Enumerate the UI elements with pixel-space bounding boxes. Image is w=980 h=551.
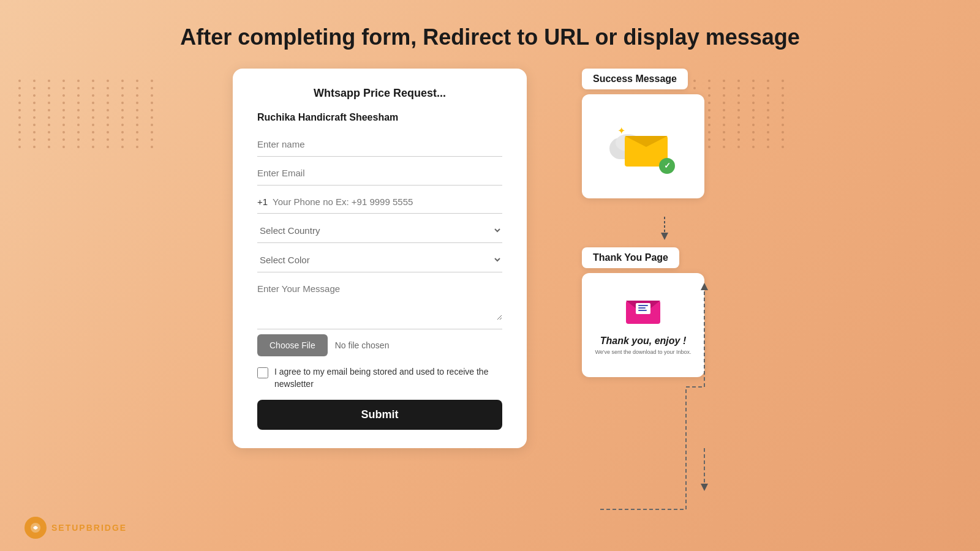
email-input[interactable] [257, 168, 502, 178]
consent-checkbox[interactable] [257, 367, 268, 378]
page-heading: After completing form, Redirect to URL o… [0, 0, 980, 69]
logo-icon [24, 517, 47, 539]
country-select[interactable]: Select Country [257, 225, 502, 236]
flow-arrow-middle [582, 217, 747, 241]
checkbox-row: I agree to my email being stored and use… [257, 366, 502, 390]
name-input[interactable] [257, 139, 502, 149]
thankyou-heading: Thank you, enjoy ! [600, 335, 686, 347]
logo-text: SETUPBRIDGE [51, 523, 127, 533]
no-file-label: No file chosen [335, 340, 390, 350]
logo-area: SETUPBRIDGE [24, 517, 127, 539]
phone-code: +1 [257, 197, 268, 207]
thankyou-label: Thank You Page [582, 247, 679, 268]
success-label: Success Message [582, 69, 688, 89]
thankyou-flow-item: Thank You Page Thank you, enjoy ! We've [582, 247, 747, 377]
flow-diagram: Success Message ✦ [564, 69, 747, 389]
consent-label: I agree to my email being stored and use… [274, 366, 502, 390]
svg-rect-5 [638, 305, 648, 306]
submit-button[interactable]: Submit [257, 400, 502, 430]
form-card: Whtsapp Price Request... Ruchika Handicr… [233, 69, 527, 448]
thankyou-card: Thank you, enjoy ! We've sent the downlo… [582, 273, 704, 377]
svg-marker-14 [701, 484, 708, 491]
success-flow-item: Success Message ✦ [582, 69, 747, 198]
email-field [257, 162, 502, 186]
thankyou-subtext: We've sent the download to your Inbox. [595, 349, 691, 355]
success-card: ✦ ✓ [582, 94, 704, 198]
country-field: Select Country [257, 219, 502, 243]
file-upload-row: Choose File No file chosen [257, 334, 502, 356]
color-select[interactable]: Select Color [257, 254, 502, 266]
svg-rect-6 [638, 307, 646, 309]
phone-field: +1 [257, 190, 502, 214]
message-field [257, 277, 502, 329]
dots-decoration-left: for(let i=0;i<100;i++) document.write('<… [18, 80, 141, 447]
form-title: Whtsapp Price Request... [257, 87, 502, 100]
choose-file-button[interactable]: Choose File [257, 334, 328, 356]
message-input[interactable] [257, 283, 502, 320]
content-area: Whtsapp Price Request... Ruchika Handicr… [0, 69, 980, 448]
svg-marker-1 [661, 233, 668, 240]
phone-input[interactable] [273, 197, 502, 207]
thankyou-envelope-icon [625, 296, 662, 333]
product-name: Ruchika Handicraft Sheesham [257, 112, 502, 123]
name-field [257, 133, 502, 157]
color-field: Select Color [257, 248, 502, 272]
svg-rect-7 [638, 310, 647, 311]
